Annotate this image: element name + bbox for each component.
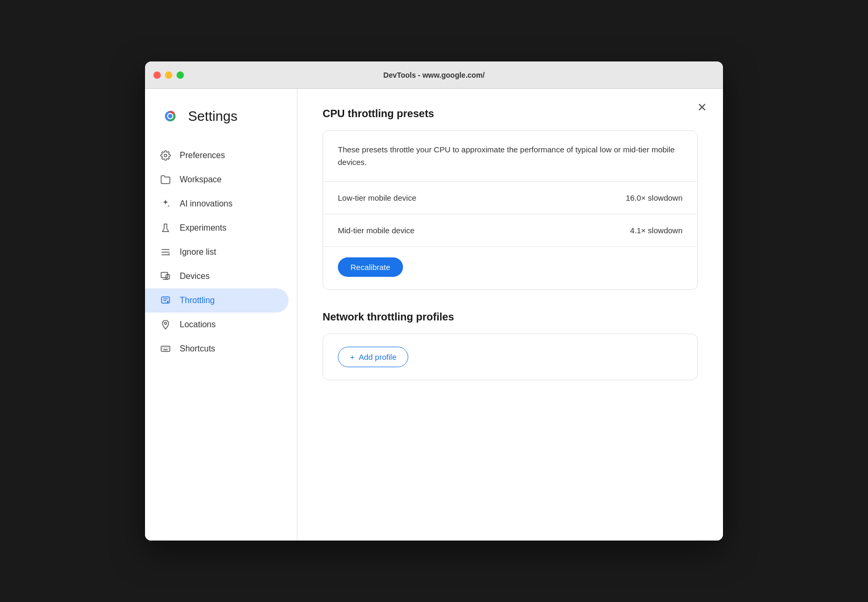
- cpu-section-title: CPU throttling presets: [323, 108, 698, 120]
- ignore-list-label: Ignore list: [180, 247, 216, 257]
- svg-point-15: [167, 301, 169, 303]
- svg-point-4: [168, 114, 172, 118]
- mid-tier-value: 4.1× slowdown: [630, 226, 683, 235]
- traffic-lights: [153, 71, 184, 79]
- sidebar-header: Settings: [145, 106, 297, 143]
- settings-title: Settings: [188, 108, 237, 124]
- sidebar-item-ai-innovations[interactable]: AI innovations: [145, 192, 297, 216]
- sidebar-item-preferences[interactable]: Preferences: [145, 143, 297, 168]
- recalibrate-section: Recalibrate: [323, 247, 697, 289]
- content-area: Settings Preferences: [145, 89, 723, 541]
- throttling-label: Throttling: [180, 296, 215, 305]
- network-throttling-card: + Add profile: [323, 334, 698, 380]
- ignore-icon: ×: [160, 246, 171, 258]
- sidebar-item-devices[interactable]: Devices: [145, 264, 297, 288]
- sidebar-item-ignore-list[interactable]: × Ignore list: [145, 240, 297, 264]
- svg-point-5: [164, 154, 167, 157]
- svg-rect-17: [161, 346, 170, 351]
- devices-icon: [160, 271, 171, 282]
- preferences-label: Preferences: [180, 151, 225, 160]
- devtools-window: DevTools - www.google.com/: [145, 61, 723, 541]
- sidebar-item-shortcuts[interactable]: Shortcuts: [145, 337, 297, 361]
- gear-icon: [160, 150, 171, 161]
- throttle-icon: [160, 295, 171, 306]
- location-icon: [160, 319, 171, 330]
- main-panel: ✕ CPU throttling presets These presets t…: [297, 89, 723, 541]
- svg-rect-11: [161, 273, 168, 278]
- flask-icon: [160, 222, 171, 234]
- network-section-title: Network throttling profiles: [323, 311, 698, 323]
- add-profile-label: Add profile: [359, 352, 397, 361]
- nav-list: Preferences Workspace: [145, 143, 297, 361]
- sidebar: Settings Preferences: [145, 89, 297, 541]
- window-title: DevTools - www.google.com/: [384, 71, 485, 79]
- titlebar: DevTools - www.google.com/: [145, 61, 723, 89]
- workspace-label: Workspace: [180, 175, 222, 184]
- maximize-traffic-light[interactable]: [177, 71, 184, 79]
- sidebar-item-experiments[interactable]: Experiments: [145, 216, 297, 240]
- devices-label: Devices: [180, 272, 210, 281]
- ai-icon: [160, 198, 171, 210]
- close-button[interactable]: ✕: [694, 99, 710, 116]
- shortcuts-label: Shortcuts: [180, 344, 215, 354]
- add-profile-button[interactable]: + Add profile: [338, 347, 408, 367]
- minimize-traffic-light[interactable]: [165, 71, 172, 79]
- chrome-icon: [160, 106, 181, 127]
- keyboard-icon: [160, 343, 171, 355]
- mid-tier-preset-row: Mid-tier mobile device 4.1× slowdown: [323, 214, 697, 247]
- cpu-description: These presets throttle your CPU to appro…: [323, 131, 697, 182]
- folder-icon: [160, 174, 171, 185]
- close-traffic-light[interactable]: [153, 71, 161, 79]
- mid-tier-label: Mid-tier mobile device: [338, 226, 415, 235]
- recalibrate-button[interactable]: Recalibrate: [338, 257, 403, 277]
- cpu-throttling-card: These presets throttle your CPU to appro…: [323, 130, 698, 290]
- sidebar-item-workspace[interactable]: Workspace: [145, 168, 297, 192]
- sidebar-item-locations[interactable]: Locations: [145, 313, 297, 337]
- low-tier-preset-row: Low-tier mobile device 16.0× slowdown: [323, 182, 697, 214]
- locations-label: Locations: [180, 320, 216, 329]
- plus-icon: +: [350, 352, 355, 361]
- experiments-label: Experiments: [180, 223, 226, 233]
- svg-text:×: ×: [168, 252, 170, 257]
- low-tier-value: 16.0× slowdown: [626, 193, 683, 202]
- svg-point-16: [164, 322, 167, 324]
- sidebar-item-throttling[interactable]: Throttling: [145, 288, 288, 313]
- low-tier-label: Low-tier mobile device: [338, 193, 416, 202]
- ai-innovations-label: AI innovations: [180, 199, 233, 209]
